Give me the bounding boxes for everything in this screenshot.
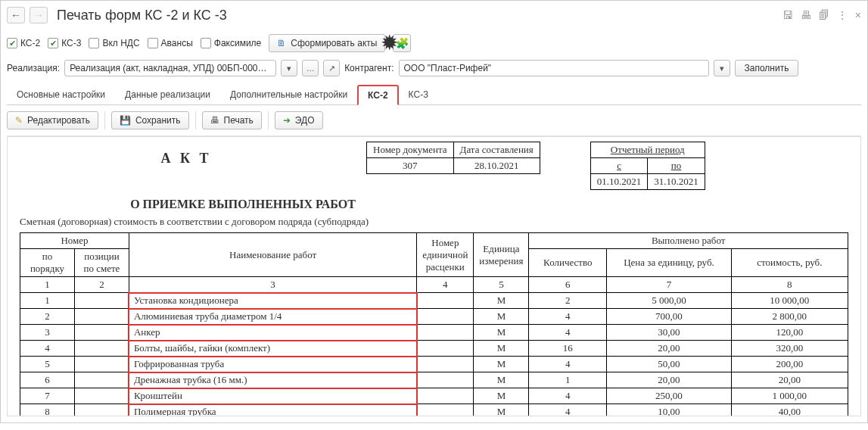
counterparty-label: Контрагент: <box>344 63 394 73</box>
table-row: 2Алюминиевая труба диаметром 1/4M4700,00… <box>20 309 848 325</box>
fill-button[interactable]: Заполнить <box>735 60 799 76</box>
estimate-line: Сметная (договорная) стоимость в соответ… <box>20 216 856 228</box>
table-row: 5Гофрированная трубаM450,00200,00 <box>20 357 848 372</box>
arrow-right-icon: ➜ <box>283 115 291 126</box>
doc-toolbar: ✎ Редактировать 💾 Сохранить 🖶 Печать ➜ Э… <box>7 105 861 136</box>
tab-ks2[interactable]: КС-2 <box>357 85 399 105</box>
checkbox-ks2[interactable]: КС-2 <box>7 38 40 48</box>
tab-ks3[interactable]: КС-3 <box>399 85 438 105</box>
save-button[interactable]: 💾 Сохранить <box>111 111 189 129</box>
edo-button[interactable]: ➜ ЭДО <box>275 111 323 129</box>
realization-dropdown[interactable]: ▾ <box>281 60 297 76</box>
page-title: Печать форм КС -2 и КС -3 <box>57 8 227 23</box>
realization-row: Реализация: Реализация (акт, накладная, … <box>7 60 861 84</box>
checkbox-fax[interactable]: Факсимиле <box>201 38 262 48</box>
counterparty-input[interactable]: ООО "Пласт-Рифей" <box>399 60 709 76</box>
print-icon[interactable]: 🖶 <box>801 9 811 21</box>
attach-icon[interactable]: 🗐 <box>819 9 829 21</box>
realization-open[interactable]: ↗ <box>323 60 340 76</box>
close-icon[interactable]: × <box>855 9 861 21</box>
edit-button[interactable]: ✎ Редактировать <box>7 111 98 129</box>
tab-additional-settings[interactable]: Дополнительные настройки <box>220 85 357 105</box>
main-table: Номер Наименование работ Номер единичной… <box>20 232 848 416</box>
plugin-button[interactable]: 🧩 <box>393 34 411 52</box>
form-acts-button[interactable]: 🗎 Сформировать акты ✹ <box>269 34 385 52</box>
table-row: 1Установка кондиционераM25 000,0010 000,… <box>20 293 848 309</box>
tab-main-settings[interactable]: Основные настройки <box>7 85 115 105</box>
table-row: 7КронштейнM4250,001 000,00 <box>20 388 848 404</box>
table-row: 4Болты, шайбы, гайки (комплект)M1620,003… <box>20 341 848 357</box>
checkbox-vat[interactable]: Вкл НДС <box>89 38 139 48</box>
tabs: Основные настройки Данные реализации Доп… <box>7 84 861 105</box>
save-icon[interactable]: 🖫 <box>782 9 793 21</box>
forward-button[interactable]: → <box>30 7 48 23</box>
print-button[interactable]: 🖶 Печать <box>202 111 262 129</box>
checkbox-ks3[interactable]: КС-3 <box>48 38 81 48</box>
realization-more[interactable]: … <box>302 60 319 76</box>
table-row: 6Дренажная трубка (16 мм.)M120,0020,00 <box>20 372 848 388</box>
document-icon: 🗎 <box>277 38 286 48</box>
printer-icon: 🖶 <box>210 115 219 126</box>
more-icon[interactable]: ⋮ <box>837 9 848 21</box>
pencil-icon: ✎ <box>15 115 23 126</box>
titlebar: ← → Печать форм КС -2 и КС -3 🖫 🖶 🗐 ⋮ × <box>7 4 861 31</box>
checkbox-advance[interactable]: Авансы <box>148 38 193 48</box>
floppy-icon: 💾 <box>120 115 131 126</box>
act-subtitle: О ПРИЕМКЕ ВЫПОЛНЕННЫХ РАБОТ <box>20 198 466 211</box>
document-scroll[interactable]: А К Т Номер документа Дата составления 3… <box>7 136 861 416</box>
back-button[interactable]: ← <box>7 7 25 23</box>
act-title: А К Т <box>20 151 353 167</box>
table-row: 8Полимерная трубкаM410,0040,00 <box>20 404 848 417</box>
realization-label: Реализация: <box>7 63 60 73</box>
tab-realization-data[interactable]: Данные реализации <box>115 85 220 105</box>
checkbox-toolbar: КС-2 КС-3 Вкл НДС Авансы Факсимиле 🗎 Сфо… <box>7 31 861 60</box>
doc-number-table: Номер документа Дата составления 307 28.… <box>366 142 540 174</box>
report-period-table: Отчетный период с по 01.10.2021 31.10.20… <box>590 142 705 190</box>
counterparty-dropdown[interactable]: ▾ <box>714 60 730 76</box>
realization-input[interactable]: Реализация (акт, накладная, УПД) 00БП-00… <box>64 60 276 76</box>
table-row: 3АнкерM430,00120,00 <box>20 325 848 341</box>
